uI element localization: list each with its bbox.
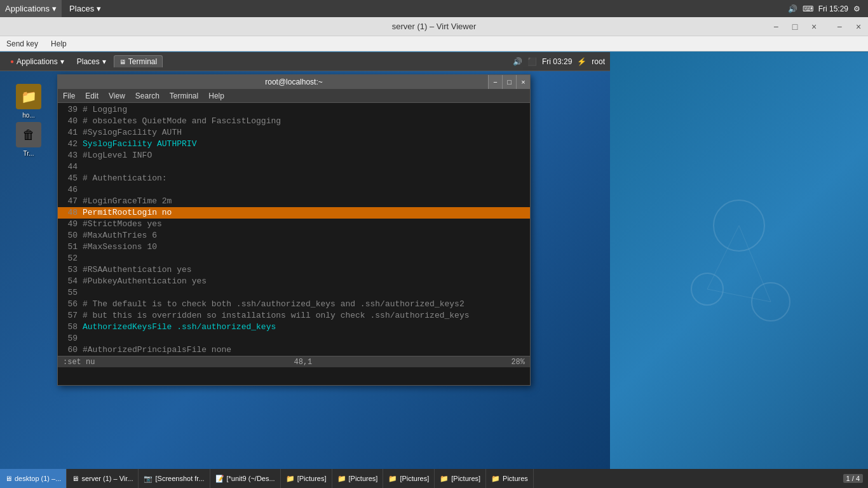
line-num-41: 41	[58, 127, 80, 139]
virt-sendkey-menu[interactable]: Send key	[0, 36, 44, 51]
virt-secondary-minimize-btn[interactable]: −	[830, 17, 849, 36]
trash-label: Tr...	[24, 150, 34, 157]
outer-task-pictures-5-label: Pictures	[503, 475, 528, 482]
term-line-42: 42SyslogFacility AUTHPRIV	[58, 139, 530, 150]
term-line-48: 48PermitRootLogin no	[58, 207, 530, 219]
line-num-57: 57	[58, 310, 80, 322]
network-icon: 🔊	[788, 4, 797, 13]
line-content-49: #StrictModes yes	[80, 219, 162, 230]
vm-places-menu[interactable]: Places ▾	[72, 56, 111, 67]
line-num-53: 53	[58, 264, 80, 276]
outer-task-server-label: server (1) – Vir...	[81, 475, 133, 482]
outer-taskbar-right: 1 / 4	[843, 474, 868, 483]
outer-task-pictures-1[interactable]: 📁 [Pictures]	[281, 469, 332, 488]
line-content-40: # obsoletes QuietMode and FascistLogging	[80, 116, 281, 127]
term-line-49: 49#StrictModes yes	[58, 219, 530, 230]
terminal-view-menu[interactable]: View	[104, 89, 130, 103]
outer-task-screenshot[interactable]: 📷 [Screenshot fr...	[139, 469, 210, 488]
virt-menu-bar: Send key Help	[0, 36, 868, 51]
term-line-39: 39# Logging	[58, 104, 530, 116]
virt-maximize-btn[interactable]: □	[785, 17, 804, 36]
line-num-44: 44	[58, 161, 80, 173]
vm-places-label: Places	[77, 57, 100, 66]
outer-task-pictures-1-icon: 📁	[286, 475, 295, 483]
line-content-53: #RSAAuthentication yes	[80, 264, 192, 276]
line-num-43: 43	[58, 150, 80, 161]
line-content-51: #MaxSessions 10	[80, 241, 157, 253]
vm-applications-label: Applications	[17, 57, 58, 66]
vm-volume-icon: 🔊	[513, 57, 522, 66]
vm-terminal-tab[interactable]: 🖥 Terminal	[114, 55, 163, 67]
applications-label: Applications	[5, 4, 50, 13]
line-content-42: SyslogFacility AUTHPRIV	[80, 139, 196, 150]
vm-terminal-label: Terminal	[128, 57, 157, 66]
desktop-home-icon[interactable]: 📁 ho...	[6, 84, 51, 119]
outer-task-pictures-5[interactable]: 📁 Pictures	[486, 469, 534, 488]
outer-task-pictures-3[interactable]: 📁 [Pictures]	[383, 469, 435, 488]
svg-line-3	[707, 226, 739, 289]
line-content-46	[80, 184, 83, 196]
line-num-55: 55	[58, 287, 80, 299]
outer-task-server[interactable]: 🖥 server (1) – Vir...	[67, 469, 139, 488]
terminal-minimize-btn[interactable]: −	[488, 75, 502, 89]
line-num-51: 51	[58, 241, 80, 253]
line-num-52: 52	[58, 253, 80, 264]
outer-task-pictures-1-label: [Pictures]	[297, 475, 327, 482]
vm-applications-menu[interactable]: ● Applications ▾	[5, 56, 69, 67]
terminal-edit-menu[interactable]: Edit	[80, 89, 104, 103]
vm-screen-icon: ⬛	[527, 57, 537, 66]
line-num-46: 46	[58, 184, 80, 196]
outer-task-pictures-5-icon: 📁	[491, 475, 500, 483]
term-line-41: 41#SyslogFacility AUTH	[58, 127, 530, 139]
terminal-terminal-menu[interactable]: Terminal	[165, 89, 203, 103]
terminal-title: root@localhost:~	[265, 78, 323, 86]
terminal-title-bar: root@localhost:~ − □ ×	[58, 75, 530, 89]
virt-title-text: server (1) – Virt Viewer	[392, 22, 476, 31]
places-menu[interactable]: Places ▾	[64, 0, 106, 17]
outer-task-unit9-label: [*unit9 (~/Des...	[227, 475, 275, 482]
outer-task-pictures-4-icon: 📁	[440, 475, 449, 483]
line-num-48: 48	[58, 207, 80, 219]
terminal-file-menu[interactable]: File	[58, 89, 80, 103]
vm-desktop: 📁 ho... 🗑 Tr... root@localhost:~ − □ ×	[0, 71, 610, 488]
line-content-59	[80, 333, 83, 344]
terminal-title-controls: − □ ×	[488, 75, 530, 89]
vm-user: root	[592, 57, 605, 66]
terminal-menu: File Edit View Search Terminal Help	[58, 89, 530, 103]
terminal-maximize-btn[interactable]: □	[502, 75, 516, 89]
line-num-56: 56	[58, 299, 80, 310]
terminal-window: root@localhost:~ − □ × File Edit View Se…	[57, 74, 531, 386]
right-panel	[610, 52, 868, 488]
outer-task-pictures-2-icon: 📁	[337, 475, 346, 483]
virt-sendkey-label: Send key	[6, 39, 38, 48]
terminal-search-menu[interactable]: Search	[130, 89, 165, 103]
virt-secondary-close-btn[interactable]: ×	[849, 17, 868, 36]
outer-task-screenshot-label: [Screenshot fr...	[155, 475, 204, 482]
term-line-43: 43#LogLevel INFO	[58, 150, 530, 161]
virt-help-menu[interactable]: Help	[44, 36, 73, 51]
outer-taskbar-left: 🖥 desktop (1) –... 🖥 server (1) – Vir...…	[0, 469, 534, 488]
outer-task-unit9[interactable]: 📝 [*unit9 (~/Des...	[210, 469, 281, 488]
term-line-54: 54#PubkeyAuthentication yes	[58, 276, 530, 287]
terminal-close-btn[interactable]: ×	[516, 75, 530, 89]
term-line-57: 57# but this is overridden so installati…	[58, 310, 530, 322]
virt-close-btn[interactable]: ×	[804, 17, 824, 36]
outer-task-pictures-4[interactable]: 📁 [Pictures]	[435, 469, 486, 488]
terminal-help-menu[interactable]: Help	[203, 89, 229, 103]
applications-menu[interactable]: Applications ▾	[0, 0, 62, 17]
trash-icon-container[interactable]: 🗑 Tr...	[6, 122, 51, 157]
line-content-41: #SyslogFacility AUTH	[80, 127, 182, 139]
vm-time: Fri 03:29	[542, 57, 572, 66]
line-content-52	[80, 253, 83, 264]
virt-minimize-btn[interactable]: −	[766, 17, 785, 36]
outer-task-pictures-2[interactable]: 📁 [Pictures]	[332, 469, 384, 488]
line-num-50: 50	[58, 230, 80, 241]
status-command: :set nu	[63, 358, 95, 367]
top-system-bar: Applications ▾ Places ▾ 🔊 ⌨ Fri 15:29 ⚙	[0, 0, 868, 17]
virt-title-bar: server (1) – Virt Viewer − □ × − ×	[0, 17, 868, 36]
line-num-58: 58	[58, 322, 80, 333]
status-percent: 28%	[511, 358, 525, 367]
outer-task-desktop[interactable]: 🖥 desktop (1) –...	[0, 469, 67, 488]
outer-task-pictures-3-label: [Pictures]	[400, 475, 429, 482]
virt-help-label: Help	[51, 39, 67, 48]
